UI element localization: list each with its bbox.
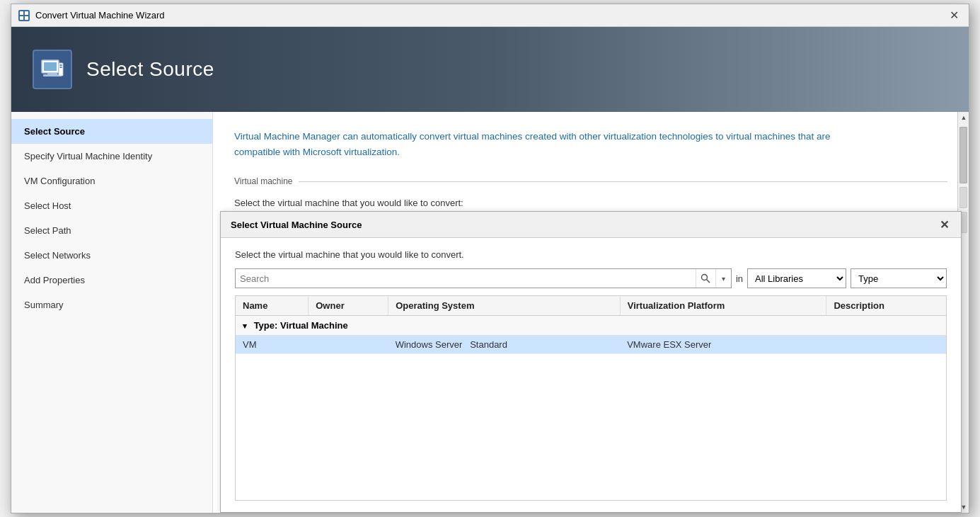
- svg-point-11: [702, 275, 708, 280]
- dialog-title: Select Virtual Machine Source: [231, 220, 362, 230]
- table-row[interactable]: VM Windows Server Standard VMware ESX Se…: [236, 336, 946, 354]
- sidebar-item-summary[interactable]: Summary: [11, 292, 212, 317]
- dialog-body: Select the virtual machine that you woul…: [221, 238, 961, 512]
- col-owner: Owner: [309, 296, 388, 316]
- sidebar-item-select-source[interactable]: Select Source: [11, 119, 212, 144]
- col-description: Description: [826, 296, 946, 316]
- section-label-vm: Virtual machine: [234, 176, 947, 186]
- sidebar-item-select-host[interactable]: Select Host: [11, 193, 212, 218]
- svg-rect-7: [47, 73, 57, 74]
- scroll-thumb[interactable]: [959, 127, 967, 183]
- header-icon: [33, 50, 72, 89]
- col-name: Name: [236, 296, 309, 316]
- cell-os: Windows Server Standard: [388, 336, 621, 354]
- wizard-window: Convert Virtual Machine Wizard ✕ Select …: [11, 4, 969, 513]
- sidebar-item-vm-configuration[interactable]: VM Configuration: [11, 169, 212, 193]
- sidebar-item-specify-identity[interactable]: Specify Virtual Machine Identity: [11, 144, 212, 169]
- search-bar: ▾ in All Libraries Library1 Library2 Typ…: [235, 268, 947, 288]
- svg-rect-0: [20, 11, 23, 15]
- svg-rect-10: [60, 67, 62, 68]
- title-bar-left: Convert Virtual Machine Wizard: [18, 10, 165, 21]
- svg-rect-3: [25, 16, 28, 20]
- group-type-label: Type: Virtual Machine: [254, 320, 348, 331]
- group-chevron-icon: ▾: [243, 322, 247, 331]
- vm-table: Name Owner Operating System Virtualizati…: [236, 296, 946, 354]
- dialog-close-button[interactable]: ✕: [937, 217, 951, 232]
- results-table: Name Owner Operating System Virtualizati…: [235, 295, 947, 501]
- cell-platform: VMware ESX Server: [620, 336, 826, 354]
- group-row-vm-type[interactable]: ▾ Type: Virtual Machine: [236, 316, 946, 336]
- search-icon-button[interactable]: [696, 269, 715, 288]
- scroll-thumb-2: [959, 187, 967, 208]
- sidebar-item-add-properties[interactable]: Add Properties: [11, 268, 212, 292]
- cell-description: [826, 336, 946, 354]
- col-platform: Virtualization Platform: [620, 296, 826, 316]
- sidebar: Select Source Specify Virtual Machine Id…: [11, 112, 213, 513]
- col-os: Operating System: [388, 296, 621, 316]
- cell-name: VM: [236, 336, 309, 354]
- dialog-subtitle: Select the virtual machine that you woul…: [235, 249, 947, 260]
- title-bar: Convert Virtual Machine Wizard ✕: [11, 4, 969, 27]
- cell-owner: [309, 336, 388, 354]
- main-content: Virtual Machine Manager can automaticall…: [213, 112, 969, 513]
- source-dialog: Select Virtual Machine Source ✕ Select t…: [220, 211, 962, 513]
- vm-select-label: Select the virtual machine that you woul…: [234, 198, 947, 208]
- table-header-row: Name Owner Operating System Virtualizati…: [236, 296, 946, 316]
- wizard-body: Select Source Specify Virtual Machine Id…: [11, 112, 969, 513]
- search-input[interactable]: [236, 269, 696, 288]
- window-title: Convert Virtual Machine Wizard: [35, 10, 165, 21]
- search-input-wrapper: ▾: [235, 268, 732, 288]
- svg-rect-5: [44, 62, 57, 71]
- library-dropdown[interactable]: All Libraries Library1 Library2: [747, 268, 846, 288]
- type-dropdown[interactable]: Type Virtual Machine Physical Machine: [851, 268, 947, 288]
- svg-line-12: [707, 280, 710, 283]
- sidebar-item-select-networks[interactable]: Select Networks: [11, 243, 212, 268]
- wizard-icon: [18, 10, 30, 21]
- header-banner: Select Source: [11, 27, 969, 112]
- scroll-up-arrow[interactable]: ▲: [958, 112, 969, 123]
- sidebar-item-select-path[interactable]: Select Path: [11, 218, 212, 243]
- search-dropdown-arrow[interactable]: ▾: [715, 269, 731, 288]
- svg-rect-1: [25, 11, 28, 15]
- header-title: Select Source: [86, 58, 214, 81]
- window-close-button[interactable]: ✕: [946, 8, 962, 23]
- in-label: in: [736, 273, 743, 284]
- intro-text: Virtual Machine Manager can automaticall…: [234, 129, 871, 159]
- svg-rect-2: [20, 16, 23, 20]
- svg-rect-9: [60, 64, 62, 66]
- dialog-title-bar: Select Virtual Machine Source ✕: [221, 212, 961, 238]
- group-label-vm-type: ▾ Type: Virtual Machine: [236, 316, 946, 336]
